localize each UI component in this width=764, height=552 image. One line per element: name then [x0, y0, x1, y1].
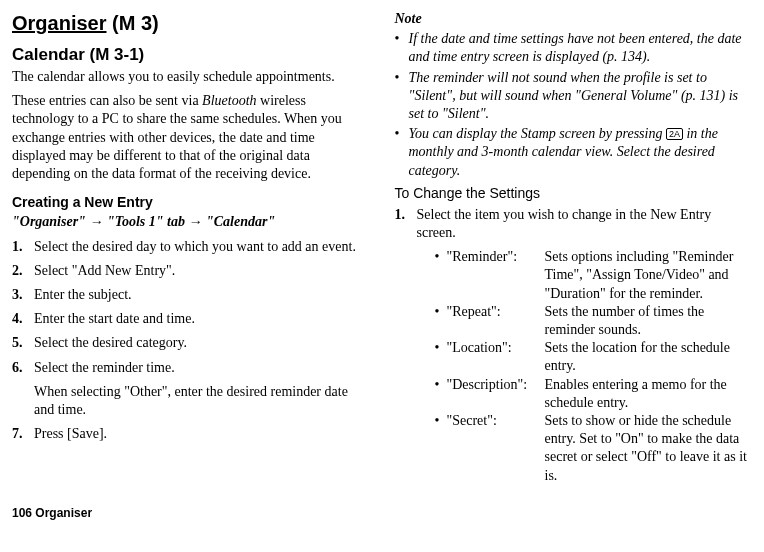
list-item: 1. Select the item you wish to change in…: [395, 206, 753, 485]
list-item: 6. Select the reminder time. When select…: [12, 359, 370, 420]
list-item: 3.Enter the subject.: [12, 286, 370, 304]
list-item: 7.Press [Save].: [12, 425, 370, 443]
nav-path: "Organiser" → "Tools 1" tab → "Calendar": [12, 213, 370, 231]
table-row: •"Secret":Sets to show or hide the sched…: [435, 412, 753, 485]
title-suffix: (M 3): [106, 12, 158, 34]
settings-table: •"Reminder":Sets options including "Remi…: [435, 248, 753, 484]
list-item: 5.Select the desired category.: [12, 334, 370, 352]
change-settings-heading: To Change the Settings: [395, 184, 753, 202]
page-footer: 106 Organiser: [12, 506, 752, 522]
note-label: Note: [395, 10, 753, 28]
list-item: 2.Select "Add New Entry".: [12, 262, 370, 280]
calendar-heading: Calendar (M 3-1): [12, 44, 370, 66]
bluetooth-paragraph: These entries can also be sent via Bluet…: [12, 92, 370, 183]
list-item: •If the date and time settings have not …: [395, 30, 753, 66]
list-item: 1.Select the desired day to which you wa…: [12, 238, 370, 256]
key-icon: 2A: [666, 128, 683, 140]
right-column: Note •If the date and time settings have…: [395, 10, 753, 491]
page-title: Organiser (M 3): [12, 10, 370, 36]
note-list: •If the date and time settings have not …: [395, 30, 753, 180]
list-item: •The reminder will not sound when the pr…: [395, 69, 753, 124]
table-row: •"Reminder":Sets options including "Remi…: [435, 248, 753, 303]
create-entry-heading: Creating a New Entry: [12, 193, 370, 211]
list-item: 4.Enter the start date and time.: [12, 310, 370, 328]
table-row: •"Location":Sets the location for the sc…: [435, 339, 753, 375]
table-row: •"Repeat":Sets the number of times the r…: [435, 303, 753, 339]
step-extra: When selecting "Other", enter the desire…: [34, 384, 348, 417]
steps-list: 1.Select the desired day to which you wa…: [12, 238, 370, 444]
table-row: •"Description":Enables entering a memo f…: [435, 376, 753, 412]
list-item: • You can display the Stamp screen by pr…: [395, 125, 753, 180]
title-main: Organiser: [12, 12, 106, 34]
change-steps-list: 1. Select the item you wish to change in…: [395, 206, 753, 485]
calendar-intro: The calendar allows you to easily schedu…: [12, 68, 370, 86]
left-column: Organiser (M 3) Calendar (M 3-1) The cal…: [12, 10, 370, 491]
